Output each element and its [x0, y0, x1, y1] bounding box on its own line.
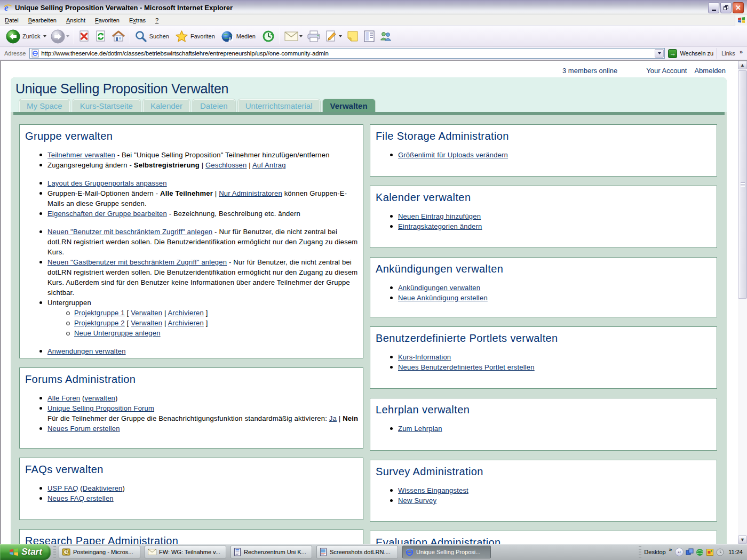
forward-icon	[51, 29, 65, 44]
back-button[interactable]: Zurück	[4, 27, 49, 45]
address-dropdown[interactable]	[655, 49, 664, 58]
menu-datei[interactable]: Datei	[0, 15, 23, 25]
taskbar-button-screenshots-dotlrn-[interactable]: Screenshots dotLRN....	[316, 546, 398, 558]
link[interactable]: Layout des Gruppenportals anpassen	[47, 179, 167, 187]
window-title: Unique Selling Proposition Verwalten - M…	[15, 4, 707, 12]
taskbar-button-rechenzentrum-uni-k-[interactable]: Rechenzentrum Uni K...	[231, 546, 312, 558]
sidebar-button[interactable]	[361, 27, 377, 45]
link[interactable]: Alle Foren	[47, 394, 80, 402]
link[interactable]: Ankündigungen verwalten	[398, 284, 480, 292]
link[interactable]: Neues Benutzerdefiniertes Portlet erstel…	[398, 363, 535, 371]
link[interactable]: Nur Administratoren	[219, 189, 282, 197]
print-button[interactable]	[305, 27, 323, 45]
link[interactable]: Teilnehmer verwalten	[47, 151, 115, 159]
tab-dateien[interactable]: Dateien	[193, 99, 235, 112]
go-button[interactable]: → Wechseln zu	[665, 49, 717, 58]
close-button[interactable]: ✕	[733, 2, 744, 13]
link[interactable]: Neues FAQ erstellen	[47, 494, 114, 502]
panel-title: Gruppe verwalten	[25, 130, 362, 142]
address-bar: Adresse http://www.theservice.de/dotlrn/…	[0, 47, 747, 60]
stop-button[interactable]	[76, 27, 93, 45]
link[interactable]: Ja	[329, 414, 337, 422]
link[interactable]: Geschlossen	[205, 161, 247, 169]
menu-extras[interactable]: Extras	[124, 15, 150, 25]
links-chevron-icon: »	[740, 49, 743, 55]
link[interactable]: Neuen "Gastbenutzer mit beschränktem Zug…	[47, 258, 227, 266]
link[interactable]: Auf Antrag	[252, 161, 286, 169]
start-button[interactable]: Start	[0, 544, 51, 560]
tab-verwalten[interactable]: Verwalten	[323, 99, 375, 112]
link[interactable]: Zum Lehrplan	[398, 425, 442, 433]
menu-?[interactable]: ?	[150, 15, 163, 25]
forward-button[interactable]	[49, 27, 71, 45]
panel-title: Research Paper Administration	[25, 535, 362, 544]
link[interactable]: Eintragskategorien ändern	[398, 222, 482, 230]
panel-title: Forums Administration	[25, 373, 362, 386]
list-item: Größenlimit für Uploads verändern	[398, 150, 716, 160]
link[interactable]: Neues Forum erstellen	[47, 425, 120, 433]
vertical-scrollbar[interactable]: ▲ ▼	[738, 61, 747, 544]
desktop-toolbar[interactable]: Desktop	[644, 549, 665, 555]
link[interactable]: Verwalten	[131, 309, 162, 317]
scroll-thumb[interactable]	[738, 70, 747, 299]
list-item: Neue Untergruppe anlegen	[74, 328, 362, 338]
link[interactable]: Größenlimit für Uploads verändern	[398, 151, 508, 159]
restore-button[interactable]	[720, 2, 732, 13]
go-icon: →	[668, 49, 677, 58]
taskbar-button-fw-wg-teilnahme-v-[interactable]: FW: WG: Teilnahme v...	[145, 546, 226, 558]
taskbar-button-unique-selling-proposi-[interactable]: Unique Selling Proposi...	[402, 546, 491, 558]
mail-button[interactable]	[282, 27, 305, 45]
messenger-button[interactable]	[377, 27, 394, 45]
history-button[interactable]	[259, 27, 277, 45]
link[interactable]: Neuen "Benutzer mit beschränktem Zugriff…	[47, 228, 212, 236]
link[interactable]: USP FAQ	[47, 484, 78, 492]
scroll-up-button[interactable]: ▲	[738, 61, 747, 69]
link[interactable]: Verwalten	[131, 319, 162, 327]
taskbar: Start Posteingang - Micros...FW: WG: Tei…	[0, 544, 747, 560]
messenger-icon	[379, 30, 392, 43]
list-item: Neues FAQ erstellen	[47, 493, 362, 503]
tray-collapse-button[interactable]: ‹‹	[675, 548, 684, 556]
tab-kalender[interactable]: Kalender	[143, 99, 190, 112]
list-item: Unique Selling Proposition ForumFür die …	[47, 403, 362, 423]
discuss-button[interactable]	[344, 27, 361, 45]
link[interactable]: Projektgruppe 1	[74, 309, 125, 317]
link[interactable]: Archivieren	[168, 309, 204, 317]
link[interactable]: Projektgruppe 2	[74, 319, 125, 327]
tab-my-space[interactable]: My Space	[19, 99, 70, 112]
tab-kurs-startseite[interactable]: Kurs-Startseite	[73, 99, 140, 112]
links-toolbar[interactable]: Links »	[717, 48, 746, 59]
edit-button[interactable]	[323, 27, 344, 45]
link[interactable]: Neuen Eintrag hinzufügen	[398, 212, 481, 220]
link[interactable]: Kurs-Information	[398, 353, 451, 361]
home-button[interactable]	[109, 27, 128, 45]
link[interactable]: Archivieren	[168, 319, 204, 327]
tab-unterrichtsmaterial[interactable]: Unterrichtsmaterial	[238, 99, 320, 112]
link[interactable]: Wissens Eingangstest	[398, 486, 468, 494]
your-account-link[interactable]: Your Account	[646, 67, 687, 75]
link[interactable]: New Survey	[398, 497, 436, 505]
media-button[interactable]: Medien	[219, 27, 259, 45]
bold-text: Nein	[343, 414, 358, 422]
link[interactable]: Anwendungen verwalten	[47, 347, 126, 355]
menu-bearbeiten[interactable]: Bearbeiten	[23, 15, 61, 25]
desktop-chevron-icon[interactable]: »	[669, 547, 672, 553]
link[interactable]: Neue Untergruppe anlegen	[74, 329, 161, 337]
logout-link[interactable]: Abmelden	[694, 67, 726, 75]
taskbar-button-posteingang-micros-[interactable]: Posteingang - Micros...	[59, 546, 140, 558]
menu-ansicht[interactable]: Ansicht	[61, 15, 90, 25]
list-item: Wissens Eingangstest	[398, 485, 716, 495]
link[interactable]: Deaktivieren	[83, 484, 123, 492]
favorites-button[interactable]: Favoriten	[173, 27, 219, 45]
panel-forums-administration: Forums AdministrationAlle Foren (verwalt…	[19, 367, 363, 449]
link[interactable]: Eigenschaften der Gruppe bearbeiten	[47, 210, 167, 218]
menu-favoriten[interactable]: Favoriten	[90, 15, 124, 25]
address-input[interactable]: http://www.theservice.de/dotlrn/classes/…	[29, 48, 665, 59]
link[interactable]: verwalten	[85, 394, 115, 402]
link[interactable]: Neue Ankündigung erstellen	[398, 294, 488, 302]
minimize-button[interactable]	[708, 2, 719, 13]
scroll-down-button[interactable]: ▼	[738, 535, 747, 544]
link[interactable]: Unique Selling Proposition Forum	[47, 404, 154, 412]
refresh-button[interactable]	[93, 27, 109, 45]
search-button[interactable]: Suchen	[132, 27, 173, 45]
